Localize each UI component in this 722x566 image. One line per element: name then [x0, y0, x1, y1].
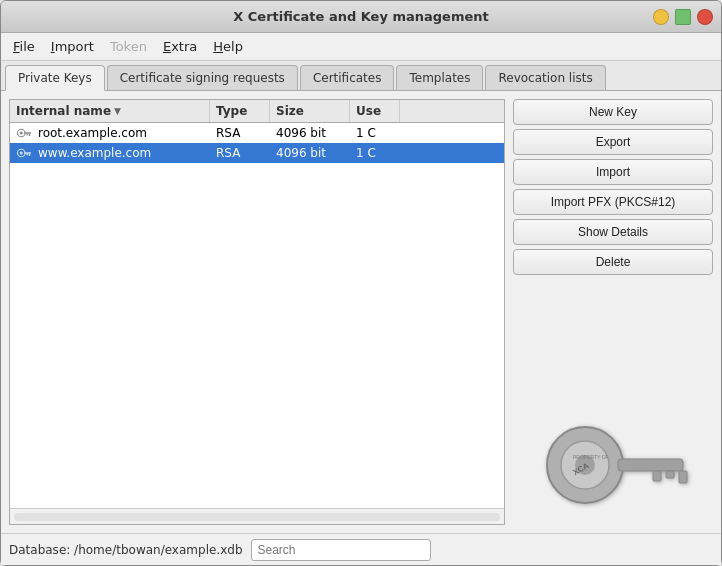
maximize-button[interactable]: □	[675, 9, 691, 25]
svg-rect-13	[618, 459, 683, 471]
export-button[interactable]: Export	[513, 129, 713, 155]
show-details-button[interactable]: Show Details	[513, 219, 713, 245]
tabs-container: Private Keys Certificate signing request…	[1, 61, 721, 91]
svg-rect-7	[24, 152, 31, 154]
svg-rect-14	[653, 471, 661, 481]
menu-extra[interactable]: Extra	[155, 36, 205, 57]
key-image-area: XCA PROPERTY OF	[513, 281, 713, 525]
delete-button[interactable]: Delete	[513, 249, 713, 275]
new-key-underline: N	[589, 105, 598, 119]
tab-csr[interactable]: Certificate signing requests	[107, 65, 298, 90]
sort-arrow-icon: ▼	[114, 106, 121, 116]
import-underline: I	[596, 165, 599, 179]
scrollbar-track	[14, 513, 500, 521]
sidebar: New Key Export Import Import PFX (PKCS#1…	[513, 99, 713, 525]
svg-rect-2	[24, 132, 31, 134]
svg-rect-4	[27, 134, 29, 136]
sidebar-buttons: New Key Export Import Import PFX (PKCS#1…	[513, 99, 713, 275]
cell-use: 1 C	[350, 123, 400, 143]
export-underline: E	[596, 135, 604, 149]
col-header-name[interactable]: Internal name ▼	[10, 100, 210, 122]
search-input[interactable]	[251, 539, 431, 561]
cell-use: 1 C	[350, 143, 400, 163]
svg-point-6	[20, 152, 23, 155]
col-header-use[interactable]: Use	[350, 100, 400, 122]
cell-size: 4096 bit	[270, 143, 350, 163]
database-path: Database: /home/tbowan/example.xdb	[9, 543, 243, 557]
table-scrollbar[interactable]	[10, 508, 504, 524]
svg-point-1	[20, 132, 23, 135]
menu-help[interactable]: Help	[205, 36, 251, 57]
menu-import[interactable]: Import	[43, 36, 102, 57]
close-button[interactable]: ✕	[697, 9, 713, 25]
svg-rect-8	[29, 154, 31, 156]
cell-name: www.example.com	[10, 143, 210, 163]
key-decoration-icon: XCA PROPERTY OF	[533, 415, 693, 515]
svg-text:PROPERTY OF: PROPERTY OF	[573, 454, 609, 460]
svg-rect-15	[666, 471, 674, 478]
delete-underline: D	[596, 255, 605, 269]
titlebar: X Certificate and Key management − □ ✕	[1, 1, 721, 33]
table-body: root.example.com RSA 4096 bit 1 C	[10, 123, 504, 508]
titlebar-buttons: − □ ✕	[653, 9, 713, 25]
col-header-size[interactable]: Size	[270, 100, 350, 122]
svg-rect-9	[27, 154, 29, 156]
table-row[interactable]: root.example.com RSA 4096 bit 1 C	[10, 123, 504, 143]
cell-size: 4096 bit	[270, 123, 350, 143]
key-row-icon	[16, 146, 34, 160]
table-row[interactable]: www.example.com RSA 4096 bit 1 C	[10, 143, 504, 163]
minimize-button[interactable]: −	[653, 9, 669, 25]
tab-private-keys[interactable]: Private Keys	[5, 65, 105, 91]
main-content: Internal name ▼ Type Size Use	[1, 91, 721, 533]
cell-type: RSA	[210, 143, 270, 163]
table-header: Internal name ▼ Type Size Use	[10, 100, 504, 123]
statusbar: Database: /home/tbowan/example.xdb	[1, 533, 721, 565]
tab-revocation-lists[interactable]: Revocation lists	[485, 65, 605, 90]
new-key-button[interactable]: New Key	[513, 99, 713, 125]
cell-type: RSA	[210, 123, 270, 143]
import-button[interactable]: Import	[513, 159, 713, 185]
menu-file[interactable]: File	[5, 36, 43, 57]
import-pfx-button[interactable]: Import PFX (PKCS#12)	[513, 189, 713, 215]
window-title: X Certificate and Key management	[233, 9, 488, 24]
cell-name: root.example.com	[10, 123, 210, 143]
key-row-icon	[16, 126, 34, 140]
menubar: File Import Token Extra Help	[1, 33, 721, 61]
svg-rect-3	[29, 134, 31, 136]
col-header-type[interactable]: Type	[210, 100, 270, 122]
menu-token: Token	[102, 36, 155, 57]
tab-certificates[interactable]: Certificates	[300, 65, 395, 90]
main-window: X Certificate and Key management − □ ✕ F…	[0, 0, 722, 566]
svg-rect-16	[679, 471, 687, 483]
tab-templates[interactable]: Templates	[396, 65, 483, 90]
table-panel: Internal name ▼ Type Size Use	[9, 99, 505, 525]
